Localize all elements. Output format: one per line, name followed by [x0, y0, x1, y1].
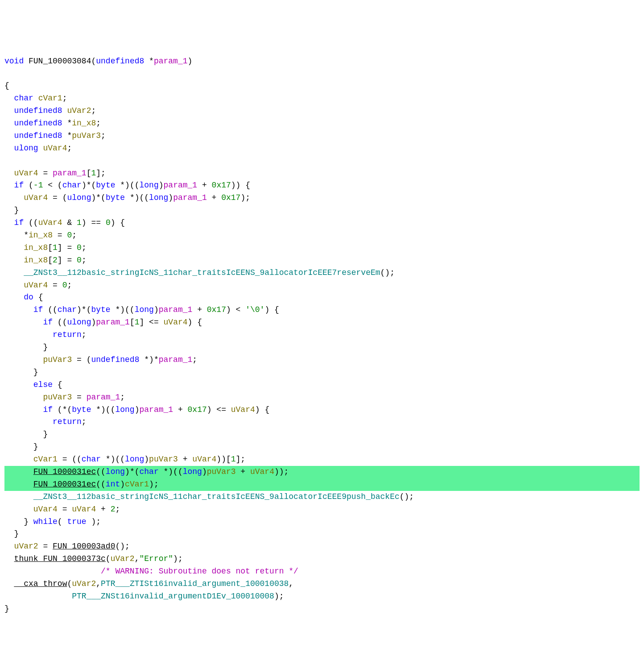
code-token: puVar3	[72, 131, 101, 140]
code-token: in_x8	[72, 119, 96, 128]
code-token: uVar2	[14, 542, 38, 551]
code-line: uVar2 = FUN_100003ad0();	[4, 540, 640, 553]
code-token: ;	[115, 505, 120, 514]
code-token: *	[4, 231, 29, 240]
code-token: )	[154, 305, 159, 314]
code-line: if ((char)*(byte *)((long)param_1 + 0x17…	[4, 304, 640, 316]
code-token: *	[67, 119, 72, 128]
code-token: char	[14, 94, 38, 103]
code-line: uVar4 = 0;	[4, 279, 640, 292]
code-token: param_1	[159, 305, 193, 314]
code-token: )	[120, 480, 125, 489]
code-token: )	[91, 318, 96, 327]
code-token: +	[197, 181, 211, 190]
code-token: return	[53, 417, 82, 426]
decompiled-code-block: void FUN_100003084(undefined8 *param_1){…	[4, 55, 640, 615]
code-token: ulong	[14, 144, 43, 153]
code-token: byte	[72, 405, 96, 414]
code-token: (*(	[58, 405, 72, 414]
code-token: +	[173, 405, 187, 414]
code-token: 0	[77, 243, 82, 252]
code-line: uVar4 = param_1[1];	[4, 167, 640, 180]
code-token: ((	[96, 467, 106, 476]
code-token: undefined8	[14, 119, 67, 128]
code-token: else	[33, 380, 58, 389]
code-token: in_x8	[24, 256, 48, 265]
code-token: cVar1	[33, 455, 58, 464]
code-token: )) {	[231, 181, 250, 190]
code-token: ));	[274, 467, 289, 476]
code-token: uVar4	[24, 281, 48, 290]
code-token: ,	[289, 579, 293, 588]
code-line: if ((uVar4 & 1) == 0) {	[4, 217, 640, 229]
code-token: __ZNSt3__112basic_stringIcNS_11char_trai…	[33, 492, 400, 501]
code-token: }	[4, 343, 48, 352]
code-token: *	[67, 131, 72, 140]
code-token: );	[240, 193, 250, 202]
code-line: uVar4 = uVar4 + 2;	[4, 503, 640, 516]
code-token: 0x17	[188, 405, 207, 414]
code-token: = (	[72, 355, 91, 364]
code-token	[4, 405, 43, 414]
code-token: *	[149, 57, 154, 66]
code-token: uVar4	[250, 467, 274, 476]
code-token: ;	[192, 355, 197, 364]
code-token	[4, 417, 53, 426]
code-token: 0	[106, 218, 111, 227]
code-token: )	[168, 193, 173, 202]
code-token: ] =	[58, 256, 77, 265]
code-token: if	[14, 218, 29, 227]
code-line: return;	[4, 329, 640, 341]
code-token: byte	[106, 193, 130, 202]
code-token: undefined8	[91, 355, 144, 364]
code-line: else {	[4, 379, 640, 391]
code-token: 2	[111, 505, 116, 514]
code-token: = ((	[58, 455, 82, 464]
code-token: +	[192, 305, 206, 314]
code-token: }	[4, 430, 48, 439]
code-token: +	[207, 193, 221, 202]
code-token: ) {	[264, 305, 279, 314]
code-token: /* WARNING: Subroutine does not return *…	[101, 567, 298, 576]
code-token: [	[130, 318, 135, 327]
code-token: )*(	[77, 305, 91, 314]
code-token: ) <	[226, 305, 245, 314]
code-token: ;	[91, 106, 96, 115]
code-token: do	[24, 293, 38, 302]
code-token: ) ==	[82, 218, 106, 227]
code-token: ((	[48, 305, 58, 314]
code-token: uVar4	[24, 193, 48, 202]
code-token	[4, 268, 24, 277]
code-token: +	[236, 467, 250, 476]
code-token: '\0'	[245, 305, 264, 314]
code-token: 0	[67, 231, 72, 240]
code-line: __cxa_throw(uVar2,PTR___ZTISt16invalid_a…	[4, 578, 640, 590]
code-line: }	[4, 204, 640, 217]
code-line: PTR___ZNSt16invalid_argumentD1Ev_1000100…	[4, 590, 640, 603]
code-token: ] <=	[140, 318, 164, 327]
code-token: )	[144, 455, 149, 464]
code-token: puVar3	[43, 355, 72, 364]
code-token: ) {	[188, 318, 202, 327]
code-token: ulong	[67, 318, 91, 327]
code-token: 0x17	[207, 305, 226, 314]
code-token: (	[106, 554, 111, 563]
code-token: ,	[96, 579, 101, 588]
code-token	[4, 455, 33, 464]
code-token: )*(	[91, 193, 105, 202]
code-token	[4, 169, 14, 178]
code-line: do {	[4, 291, 640, 304]
code-token: ulong	[67, 193, 91, 202]
code-token: {	[38, 293, 43, 302]
code-line: thunk_FUN_10000373c(uVar2,"Error");	[4, 553, 640, 565]
code-token: =	[38, 169, 53, 178]
code-token: < (	[43, 181, 62, 190]
code-token	[4, 393, 43, 402]
code-line: undefined8 *in_x8;	[4, 117, 640, 130]
code-token: =	[58, 505, 72, 514]
code-token: ] =	[58, 243, 77, 252]
code-token: =	[38, 542, 53, 551]
code-token: );	[91, 517, 101, 526]
code-token: char	[139, 467, 163, 476]
code-token: ;	[96, 119, 101, 128]
